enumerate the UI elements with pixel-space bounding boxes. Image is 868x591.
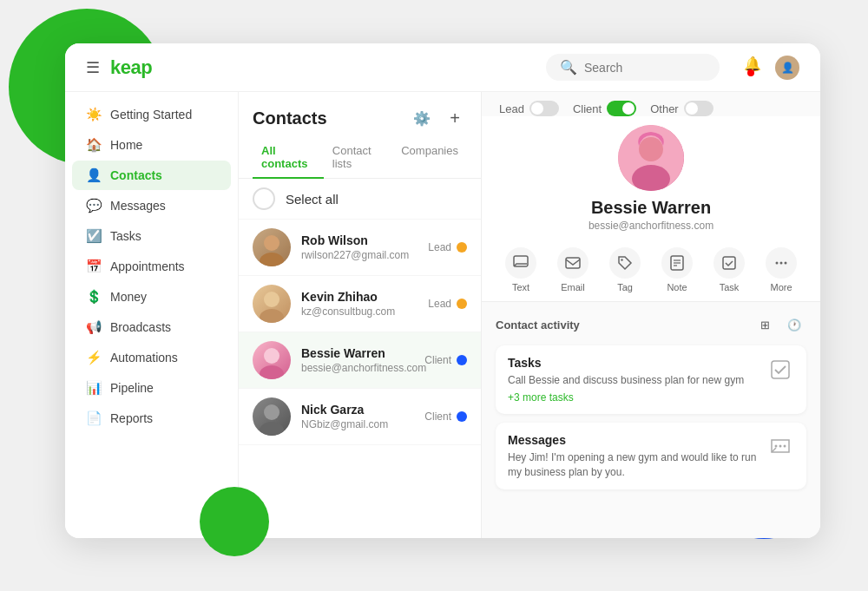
svg-point-21 bbox=[785, 262, 787, 265]
svg-point-1 bbox=[260, 253, 284, 266]
sidebar-item-label: Contacts bbox=[110, 168, 162, 182]
toggle-knob-client bbox=[622, 102, 635, 115]
contact-avatar-bessie bbox=[253, 341, 291, 379]
toggle-lead[interactable] bbox=[529, 101, 559, 116]
select-all-checkbox[interactable] bbox=[253, 187, 275, 210]
svg-point-23 bbox=[779, 444, 782, 447]
tag-action-label: Tag bbox=[617, 282, 633, 292]
add-contact-button[interactable]: + bbox=[443, 106, 467, 130]
reports-icon: 📄 bbox=[86, 410, 102, 426]
contacts-icon: 👤 bbox=[86, 167, 102, 183]
profile-email: bessie@anchorfitness.com bbox=[589, 220, 713, 232]
note-action-icon bbox=[661, 247, 693, 279]
appointments-icon: 📅 bbox=[86, 259, 102, 274]
sidebar-item-label: Pipeline bbox=[110, 381, 154, 395]
sidebar-item-reports[interactable]: 📄 Reports bbox=[72, 404, 231, 433]
activity-header: Contact activity ⊞ 🕐 bbox=[496, 312, 806, 337]
sidebar-item-getting-started[interactable]: ☀️ Getting Started bbox=[72, 100, 231, 129]
activity-card-tasks-more[interactable]: +3 more tasks bbox=[508, 391, 760, 404]
badge-dot-rob bbox=[457, 242, 467, 253]
status-toggle-other[interactable]: Other bbox=[650, 101, 713, 116]
contacts-title: Contacts bbox=[253, 108, 327, 128]
contact-name-kevin: Kevin Zhihao bbox=[301, 290, 418, 304]
more-action-label: More bbox=[770, 282, 792, 292]
getting-started-icon: ☀️ bbox=[86, 107, 102, 122]
activity-grid-icon[interactable]: ⊞ bbox=[753, 312, 777, 337]
contact-name-rob: Rob Wilson bbox=[301, 233, 418, 247]
contacts-panel: Contacts ⚙️ + All contacts Contact lists… bbox=[239, 92, 482, 538]
badge-label-nick: Client bbox=[424, 410, 451, 423]
activity-card-messages-content: Messages Hey Jim! I'm opening a new gym … bbox=[508, 433, 760, 480]
user-avatar-icon[interactable]: 👤 bbox=[775, 56, 799, 80]
svg-point-6 bbox=[264, 404, 279, 420]
contact-info-kevin: Kevin Zhihao kz@consultbug.com bbox=[301, 290, 418, 318]
tab-companies[interactable]: Companies bbox=[392, 137, 467, 179]
action-note-button[interactable]: Note bbox=[658, 247, 696, 292]
toggle-knob-lead bbox=[531, 102, 543, 115]
action-tag-button[interactable]: Tag bbox=[606, 247, 644, 292]
email-action-icon bbox=[557, 247, 589, 279]
profile-avatar bbox=[618, 125, 684, 191]
sidebar-item-money[interactable]: 💲 Money bbox=[72, 282, 231, 312]
contact-badge-bessie: Client bbox=[424, 354, 467, 366]
contact-info-rob: Rob Wilson rwilson227@gmail.com bbox=[301, 233, 418, 261]
search-input[interactable] bbox=[584, 61, 706, 75]
tab-all-contacts[interactable]: All contacts bbox=[253, 137, 324, 179]
action-more-button[interactable]: More bbox=[762, 247, 800, 292]
action-task-button[interactable]: Task bbox=[710, 247, 748, 292]
status-toggle-client[interactable]: Client bbox=[573, 101, 636, 116]
contacts-header-icons: ⚙️ + bbox=[410, 106, 467, 130]
svg-point-13 bbox=[621, 259, 622, 260]
sidebar-item-broadcasts[interactable]: 📢 Broadcasts bbox=[72, 312, 231, 342]
contact-email-nick: NGbiz@gmail.com bbox=[301, 418, 414, 430]
bessie-avatar-svg bbox=[253, 341, 291, 379]
contact-item-rob-wilson[interactable]: Rob Wilson rwilson227@gmail.com Lead bbox=[239, 220, 481, 276]
contact-info-bessie: Bessie Warren bessie@anchorfitness.com bbox=[301, 346, 414, 374]
contact-item-bessie-warren[interactable]: Bessie Warren bessie@anchorfitness.com C… bbox=[239, 332, 481, 389]
contact-avatar-kevin bbox=[253, 285, 291, 323]
tab-contact-lists[interactable]: Contact lists bbox=[324, 137, 392, 179]
activity-section: Contact activity ⊞ 🕐 Tasks Call Bessie a… bbox=[482, 302, 820, 538]
activity-clock-icon[interactable]: 🕐 bbox=[782, 312, 806, 337]
sidebar-item-messages[interactable]: 💬 Messages bbox=[72, 191, 231, 220]
contact-item-nick-garza[interactable]: Nick Garza NGbiz@gmail.com Client bbox=[239, 389, 481, 445]
badge-dot-bessie bbox=[457, 355, 467, 365]
topbar: ☰ keap 🔍 🔔 👤 bbox=[65, 43, 820, 92]
contact-avatar-nick bbox=[253, 397, 291, 436]
sidebar-item-label: Money bbox=[110, 290, 147, 304]
badge-dot-kevin bbox=[457, 299, 467, 309]
filter-button[interactable]: ⚙️ bbox=[410, 106, 434, 130]
nick-avatar-svg bbox=[253, 397, 291, 436]
sidebar-item-label: Home bbox=[110, 138, 142, 152]
svg-point-19 bbox=[776, 262, 779, 265]
menu-icon[interactable]: ☰ bbox=[86, 58, 100, 77]
activity-card-tasks[interactable]: Tasks Call Bessie and discuss business p… bbox=[496, 345, 806, 414]
sidebar-item-tasks[interactable]: ☑️ Tasks bbox=[72, 221, 231, 251]
action-email-button[interactable]: Email bbox=[554, 247, 592, 292]
sidebar-item-pipeline[interactable]: 📊 Pipeline bbox=[72, 373, 231, 403]
contact-badge-rob: Lead bbox=[428, 241, 467, 253]
search-bar[interactable]: 🔍 bbox=[546, 54, 720, 81]
contact-name-nick: Nick Garza bbox=[301, 403, 414, 417]
activity-card-tasks-title: Tasks bbox=[508, 356, 760, 370]
toggle-client[interactable] bbox=[607, 101, 636, 116]
svg-point-0 bbox=[264, 235, 279, 251]
status-toggle-group: Lead Client Other bbox=[482, 92, 820, 116]
activity-card-messages[interactable]: Messages Hey Jim! I'm opening a new gym … bbox=[496, 423, 806, 490]
toggle-other[interactable] bbox=[684, 101, 713, 116]
action-text-button[interactable]: Text bbox=[502, 247, 540, 292]
contact-badge-nick: Client bbox=[424, 410, 467, 423]
sidebar-item-automations[interactable]: ⚡ Automations bbox=[72, 343, 231, 372]
contacts-tabs: All contacts Contact lists Companies bbox=[239, 137, 481, 179]
sidebar-item-label: Reports bbox=[110, 411, 153, 425]
task-action-label: Task bbox=[720, 282, 740, 292]
sidebar-item-appointments[interactable]: 📅 Appointments bbox=[72, 252, 231, 281]
activity-card-tasks-icon bbox=[766, 356, 794, 384]
more-action-icon bbox=[766, 247, 797, 279]
home-icon: 🏠 bbox=[86, 137, 102, 153]
sidebar-item-home[interactable]: 🏠 Home bbox=[72, 130, 231, 160]
status-toggle-lead[interactable]: Lead bbox=[499, 101, 559, 116]
sidebar-item-contacts[interactable]: 👤 Contacts bbox=[72, 161, 231, 190]
activity-card-tasks-desc: Call Bessie and discuss business plan fo… bbox=[508, 373, 760, 388]
contact-item-kevin-zhihao[interactable]: Kevin Zhihao kz@consultbug.com Lead bbox=[239, 276, 481, 332]
